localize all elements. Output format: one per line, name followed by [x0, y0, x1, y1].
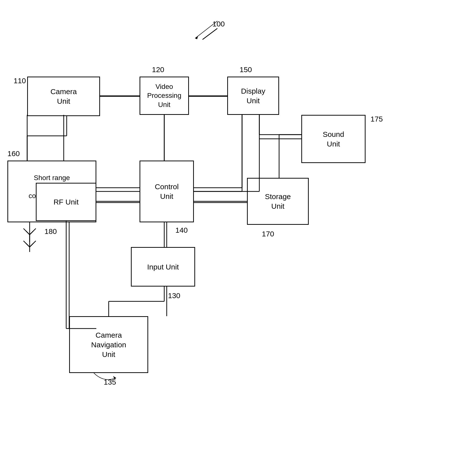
arrow-135-svg: [86, 368, 123, 388]
input-unit-block: Input Unit: [131, 247, 195, 287]
label-175: 175: [370, 115, 383, 123]
camera-navigation-unit-block: CameraNavigationUnit: [69, 316, 148, 373]
label-140: 140: [175, 226, 188, 234]
camera-unit-block: CameraUnit: [27, 77, 100, 116]
video-processing-unit-block: VideoProcessingUnit: [140, 77, 189, 115]
storage-unit-block: StorageUnit: [247, 178, 309, 225]
diagram-container: 100 CameraUnit 110 VideoProcessingUnit 1…: [0, 0, 471, 476]
display-unit-block: DisplayUnit: [227, 77, 279, 115]
camera-unit-label: CameraUnit: [50, 87, 77, 106]
label-170: 170: [262, 230, 274, 238]
input-unit-label: Input Unit: [147, 262, 179, 272]
label-110: 110: [14, 77, 26, 85]
label-130: 130: [168, 291, 180, 300]
display-unit-label: DisplayUnit: [241, 86, 265, 105]
svg-line-28: [195, 21, 217, 38]
video-processing-unit-label: VideoProcessingUnit: [147, 82, 182, 109]
antenna-icon: [22, 226, 37, 243]
sound-unit-label: SoundUnit: [323, 129, 344, 149]
svg-line-25: [26, 231, 30, 235]
svg-marker-29: [195, 36, 198, 39]
rf-unit-block: RF Unit: [36, 183, 96, 221]
svg-line-56: [30, 243, 33, 247]
camera-navigation-unit-label: CameraNavigationUnit: [91, 330, 126, 359]
connections-svg: [0, 0, 471, 476]
sound-unit-block: SoundUnit: [301, 115, 366, 163]
label-180: 180: [44, 227, 57, 236]
storage-unit-label: StorageUnit: [265, 192, 291, 211]
label-150: 150: [240, 65, 252, 74]
main-connections: [0, 0, 471, 476]
label-160: 160: [7, 149, 20, 158]
control-unit-label: ControlUnit: [155, 182, 179, 201]
rf-unit-label: RF Unit: [54, 197, 79, 207]
label-120: 120: [152, 65, 164, 74]
control-unit-block: ControlUnit: [140, 161, 194, 222]
svg-line-55: [26, 243, 30, 247]
svg-line-26: [30, 231, 33, 235]
arrow-100-svg: [188, 19, 220, 43]
